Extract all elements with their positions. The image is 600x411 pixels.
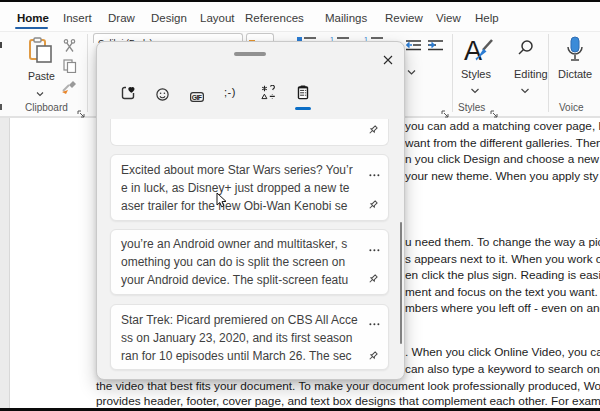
svg-text:A: A	[464, 36, 482, 66]
svg-text:GIF: GIF	[192, 94, 202, 101]
